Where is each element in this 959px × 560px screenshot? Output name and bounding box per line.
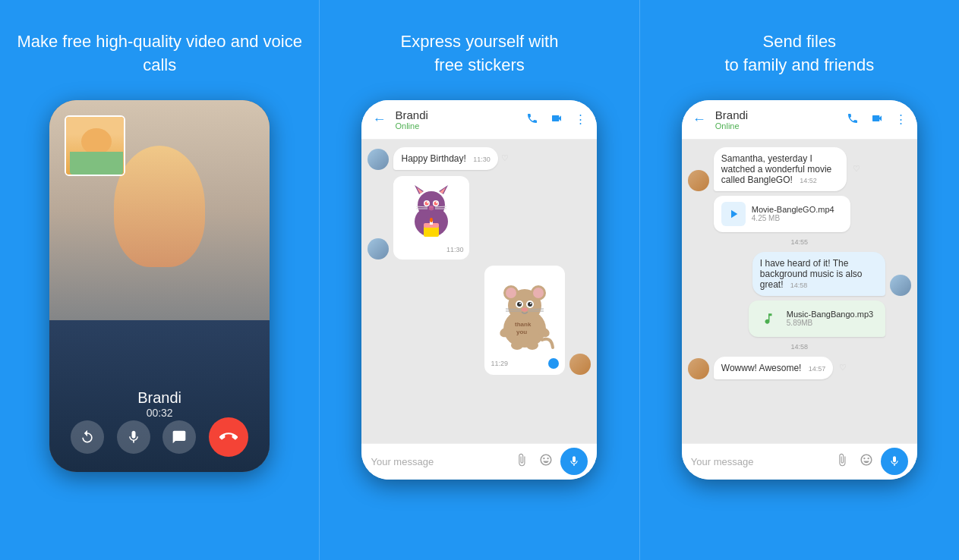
phone-stickers-mockup: ← Brandi Online ⋮ [361, 100, 597, 480]
chat-btn[interactable] [162, 420, 196, 454]
svg-text:thank: thank [515, 321, 532, 328]
contact-name-stickers: Brandi [395, 109, 519, 121]
bubble-awesome: Wowww! Awesome! 14:57 [714, 357, 833, 379]
svg-point-26 [533, 288, 544, 298]
msg-row-awesome: Wowww! Awesome! 14:57 ♡ [688, 357, 911, 379]
svg-point-30 [528, 302, 532, 307]
phone-icon-files[interactable] [847, 112, 859, 127]
footer-icons-stickers [515, 453, 553, 470]
caller-name: Brandi [137, 389, 181, 407]
bubble-text-birthday: Happy Birthday! [401, 153, 465, 164]
svg-point-25 [506, 288, 516, 298]
bubble-time-heard: 14:58 [790, 282, 808, 289]
svg-point-43 [526, 341, 538, 350]
avatar-samantha [688, 170, 709, 191]
bubble-heard: I have heard of it! The background music… [752, 252, 885, 296]
video-main-area: Brandi 00:32 [49, 100, 270, 472]
message-input-stickers[interactable]: Your message [371, 456, 507, 467]
end-call-btn[interactable] [209, 417, 248, 457]
svg-point-33 [522, 307, 528, 311]
back-icon[interactable]: ← [372, 112, 386, 127]
emoji-icon[interactable] [539, 453, 553, 470]
footer-icons-files [835, 453, 873, 470]
phone-icon[interactable] [526, 112, 538, 127]
avatar-brandi [368, 149, 389, 170]
msg-row-heard: I have heard of it! The background music… [688, 252, 911, 296]
svg-point-32 [530, 303, 532, 304]
svg-point-8 [425, 201, 429, 205]
chat-header-info-files: Brandi Online [715, 109, 839, 131]
msg-row-video-file: Movie-BangleGO.mp4 4.25 MB [688, 196, 911, 232]
chat-body-stickers: Happy Birthday! 11:30 ♡ [361, 140, 597, 443]
msg-row-birthday: Happy Birthday! 11:30 ♡ [368, 147, 591, 170]
svg-point-29 [517, 302, 522, 307]
more-icon-files[interactable]: ⋮ [895, 112, 907, 127]
video-icon[interactable] [550, 112, 563, 127]
music-file-name: Music-BangBango.mp3 [787, 310, 878, 319]
more-icon[interactable]: ⋮ [575, 112, 586, 127]
music-file-info: Music-BangBango.mp3 5.89MB [787, 310, 878, 327]
back-icon-files[interactable]: ← [692, 112, 706, 127]
rotate-btn[interactable] [71, 420, 104, 454]
message-input-files[interactable]: Your message [691, 456, 828, 467]
panel-stickers-title: Express yourself withfree stickers [386, 30, 574, 77]
bubble-text-awesome: Wowww! Awesome! [721, 363, 802, 373]
attachment-icon-files[interactable] [835, 453, 849, 470]
attachment-icon[interactable] [515, 453, 528, 470]
svg-point-10 [427, 202, 428, 203]
file-bubble-video: Movie-BangleGO.mp4 4.25 MB [714, 196, 850, 232]
timestamp-1458: 14:58 [688, 343, 911, 351]
heart-icon-birthday[interactable]: ♡ [501, 153, 509, 163]
bubble-time-birthday: 11:30 [473, 156, 491, 163]
sticker-footer: 11:29 [491, 358, 559, 369]
contact-name-files: Brandi [715, 109, 839, 121]
chat-body-files: Samantha, yesterday I watched a wonderfu… [682, 140, 917, 443]
panel-video-title: Make free high-quality video and voice c… [0, 30, 319, 77]
main-container: Make free high-quality video and voice c… [0, 0, 959, 560]
phone-files-mockup: ← Brandi Online ⋮ [682, 100, 917, 480]
sticker-time-cat: 11:30 [399, 246, 463, 253]
caller-info: Brandi 00:32 [137, 389, 181, 419]
svg-point-9 [434, 201, 438, 205]
svg-point-20 [430, 218, 433, 222]
video-file-name: Movie-BangleGO.mp4 [752, 205, 843, 214]
bubble-birthday: Happy Birthday! 11:30 [393, 147, 497, 170]
mic-btn[interactable] [117, 420, 150, 454]
chat-header-files: ← Brandi Online ⋮ [682, 100, 917, 140]
msg-row-cat-sticker: 11:30 [368, 176, 591, 260]
sticker-cat-birthday: 11:30 [393, 176, 469, 260]
svg-point-31 [519, 303, 521, 304]
chat-actions-stickers: ⋮ [526, 112, 586, 127]
svg-rect-17 [424, 226, 439, 237]
video-icon-files[interactable] [871, 112, 883, 127]
cat-sticker-svg [401, 182, 462, 243]
music-file-icon [756, 307, 781, 331]
bubble-time-awesome: 14:57 [809, 365, 826, 373]
chat-footer-files: Your message [682, 443, 917, 480]
heart-icon-awesome[interactable]: ♡ [839, 363, 847, 373]
svg-point-42 [511, 341, 523, 350]
file-bubble-music: Music-BangBango.mp3 5.89MB [749, 300, 885, 337]
sticker-mouse-thank: thank you 11:29 [484, 266, 565, 375]
svg-point-11 [436, 202, 437, 203]
emoji-icon-files[interactable] [860, 453, 873, 470]
phone-video-mockup: Brandi 00:32 [49, 100, 270, 472]
video-file-icon [721, 202, 746, 226]
msg-row-movie: Samantha, yesterday I watched a wonderfu… [688, 147, 911, 191]
heart-icon-movie[interactable]: ♡ [853, 164, 860, 174]
chat-header-stickers: ← Brandi Online ⋮ [361, 100, 597, 140]
contact-status-files: Online [715, 121, 839, 131]
avatar-self [569, 354, 591, 375]
mic-send-btn-files[interactable] [881, 448, 908, 475]
read-dot [548, 358, 559, 369]
chat-header-info: Brandi Online [395, 109, 519, 131]
chat-actions-files: ⋮ [847, 112, 907, 127]
avatar-brandi-2 [368, 238, 389, 260]
svg-point-12 [429, 206, 434, 209]
video-file-info: Movie-BangleGO.mp4 4.25 MB [752, 205, 843, 222]
bubble-time-movie: 14:52 [800, 177, 817, 184]
timestamp-1455: 14:55 [688, 238, 911, 246]
avatar-samantha-2 [688, 358, 709, 379]
mic-send-btn-stickers[interactable] [560, 448, 588, 475]
contact-status-stickers: Online [395, 121, 519, 131]
